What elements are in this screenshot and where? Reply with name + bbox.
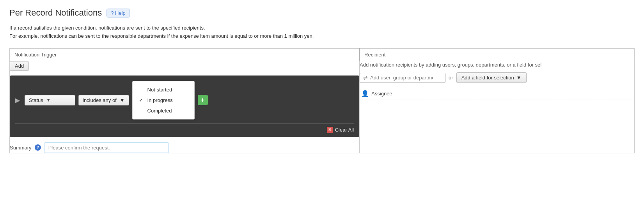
recipient-description: Add notification recipients by adding us… (360, 61, 634, 69)
summary-label: Summary (10, 145, 32, 151)
assignee-label: Assignee (371, 91, 392, 97)
check-not-started-icon (139, 87, 144, 93)
add-condition-button[interactable]: + (198, 95, 208, 105)
operator-select-dropdown[interactable]: includes any of ▼ (78, 95, 129, 105)
assignee-row: 👤 Assignee (360, 88, 634, 100)
operator-dropdown-arrow-icon: ▼ (120, 97, 125, 103)
field-select-dropdown[interactable]: Status ▼ (25, 95, 75, 105)
description: If a record satisfies the given conditio… (9, 24, 635, 40)
main-table: Notification Trigger Recipient Add ▶ Sta… (9, 48, 635, 153)
recipient-cell: Add notification recipients by adding us… (360, 61, 635, 153)
user-input-wrapper: ⇄ (360, 73, 445, 83)
field-label: Status (29, 97, 43, 103)
check-in-progress-icon: ✓ (139, 97, 144, 103)
dropdown-item-completed[interactable]: Completed (133, 105, 194, 116)
recipient-controls: ⇄ or Add a field for selection ▼ (360, 72, 634, 83)
clear-all-button[interactable]: ✕ Clear All (327, 127, 354, 133)
clear-all-label: Clear All (335, 127, 354, 133)
col-recipient-header: Recipient (360, 48, 635, 61)
page-title: Per Record Notifications (9, 8, 102, 18)
clear-icon: ✕ (327, 127, 333, 133)
field-selection-arrow-icon: ▼ (516, 75, 522, 81)
trigger-controls: ▶ Status ▼ includes any of ▼ (15, 81, 354, 119)
trigger-row: ▶ Status ▼ includes any of ▼ (10, 76, 359, 137)
summary-input[interactable] (44, 142, 169, 153)
operator-label: includes any of (83, 97, 117, 103)
trigger-cell: Add ▶ Status ▼ includes any of ▼ (10, 61, 360, 153)
field-dropdown-arrow-icon: ▼ (46, 98, 51, 102)
summary-row: Summary ? (10, 142, 359, 153)
dropdown-item-label: Not started (147, 87, 172, 93)
summary-help-icon[interactable]: ? (35, 144, 41, 151)
dropdown-item-not-started[interactable]: Not started (133, 84, 194, 95)
dropdown-item-in-progress[interactable]: ✓ In progress (133, 95, 194, 105)
field-selection-label: Add a field for selection (461, 75, 514, 81)
trigger-footer: ✕ Clear All (15, 123, 354, 133)
user-group-department-input[interactable] (370, 75, 433, 81)
trigger-arrow-icon: ▶ (15, 97, 20, 104)
user-input-icon: ⇄ (363, 75, 368, 81)
check-completed-icon (139, 108, 144, 114)
help-button[interactable]: ? Help (106, 9, 130, 18)
col-trigger-header: Notification Trigger (10, 48, 360, 61)
assignee-person-icon: 👤 (361, 90, 369, 97)
add-trigger-button[interactable]: Add (10, 61, 29, 71)
add-field-selection-button[interactable]: Add a field for selection ▼ (456, 72, 527, 83)
description-line1: If a record satisfies the given conditio… (9, 24, 635, 32)
dropdown-popup: Not started ✓ In progress Completed (132, 81, 195, 119)
page-header: Per Record Notifications ? Help (9, 8, 635, 18)
description-line2: For example, notifications can be sent t… (9, 32, 635, 40)
or-label: or (449, 75, 453, 81)
dropdown-item-label: In progress (147, 97, 173, 103)
dropdown-item-label: Completed (147, 108, 172, 114)
